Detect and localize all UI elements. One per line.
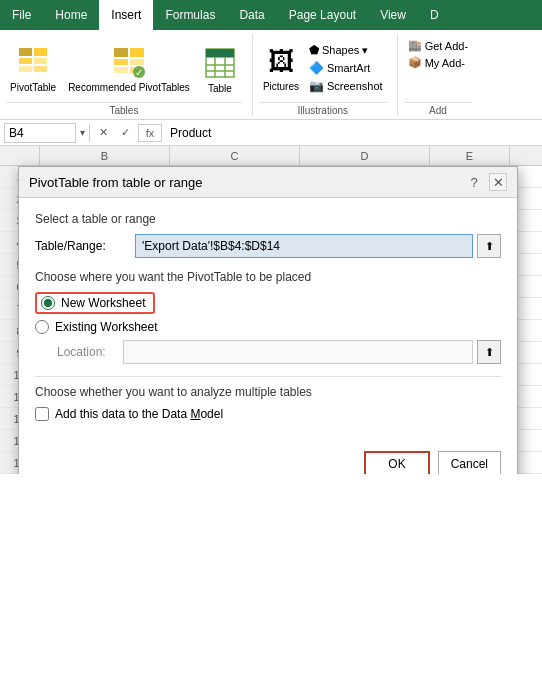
cancel-formula-button[interactable]: ✕ xyxy=(94,124,112,142)
dialog-overlay: PivotTable from table or range ? ✕ Selec… xyxy=(0,146,542,474)
col-header-c: C xyxy=(170,146,300,165)
shapes-label: Shapes ▾ xyxy=(322,44,368,57)
ribbon-tabs-bar: File Home Insert Formulas Data Page Layo… xyxy=(0,0,542,30)
name-box[interactable]: B4 xyxy=(4,123,76,143)
dialog-title: PivotTable from table or range xyxy=(29,175,202,190)
pivottable-label: PivotTable xyxy=(10,82,56,94)
tab-formulas[interactable]: Formulas xyxy=(153,0,227,30)
get-addins-button[interactable]: 🏬 Get Add- xyxy=(404,38,472,53)
my-addins-label: My Add- xyxy=(425,57,465,69)
pivottable-icon xyxy=(15,42,51,82)
svg-rect-22 xyxy=(215,49,225,57)
illustrations-group-label: Illustrations xyxy=(259,102,387,116)
get-addins-icon: 🏬 xyxy=(408,39,422,52)
svg-rect-9 xyxy=(130,59,144,65)
data-model-checkbox[interactable] xyxy=(35,407,49,421)
column-headers: B C D E xyxy=(0,146,542,166)
tab-view[interactable]: View xyxy=(368,0,418,30)
recommended-pivottables-button[interactable]: ✓ Recommended PivotTables xyxy=(64,39,194,97)
confirm-formula-button[interactable]: ✓ xyxy=(116,124,134,142)
svg-rect-5 xyxy=(34,66,47,72)
location-browse-button[interactable]: ⬆ xyxy=(477,340,501,364)
recommended-pt-icon: ✓ xyxy=(111,42,147,82)
svg-rect-3 xyxy=(34,58,47,64)
col-header-e: E xyxy=(430,146,510,165)
dialog-body: Select a table or range Table/Range: ⬆ C… xyxy=(19,198,517,447)
col-header-b: B xyxy=(40,146,170,165)
spreadsheet-area: B C D E 1 2 Drop Down List with Unique V… xyxy=(0,146,542,474)
svg-rect-6 xyxy=(114,48,128,57)
svg-rect-8 xyxy=(114,59,128,65)
svg-rect-1 xyxy=(34,48,47,56)
tab-file[interactable]: File xyxy=(0,0,43,30)
ribbon-group-tables: PivotTable ✓ Recommended Piv xyxy=(6,34,253,116)
tab-pagelayout[interactable]: Page Layout xyxy=(277,0,368,30)
col-header-d: D xyxy=(300,146,430,165)
smartart-label: SmartArt xyxy=(327,62,370,74)
screenshot-button[interactable]: 📷 Screenshot xyxy=(305,78,387,94)
data-model-label: Add this data to the Data Model xyxy=(55,407,223,421)
cancel-button[interactable]: Cancel xyxy=(438,451,501,474)
dialog-title-bar: PivotTable from table or range ? ✕ xyxy=(19,167,517,198)
section1-label: Select a table or range xyxy=(35,212,501,226)
smartart-icon: 🔷 xyxy=(309,61,324,75)
table-icon xyxy=(202,43,238,83)
svg-rect-7 xyxy=(130,48,144,57)
svg-rect-2 xyxy=(19,58,32,64)
dialog-close-button[interactable]: ✕ xyxy=(489,173,507,191)
screenshot-icon: 📷 xyxy=(309,79,324,93)
ribbon-content: PivotTable ✓ Recommended Piv xyxy=(0,30,542,120)
pictures-button[interactable]: 🖼 Pictures xyxy=(259,38,303,95)
new-worksheet-option: New Worksheet xyxy=(35,292,155,314)
ribbon-group-addins: 🏬 Get Add- 📦 My Add- Add xyxy=(404,34,472,116)
tab-d[interactable]: D xyxy=(418,0,451,30)
smartart-button[interactable]: 🔷 SmartArt xyxy=(305,60,387,76)
table-range-label: Table/Range: xyxy=(35,239,127,253)
formula-bar-separator xyxy=(89,124,90,142)
tab-data[interactable]: Data xyxy=(227,0,276,30)
addins-group-label: Add xyxy=(404,102,472,116)
table-label: Table xyxy=(208,83,232,94)
table-range-input[interactable] xyxy=(135,234,473,258)
ribbon-group-illustrations: 🖼 Pictures ⬟ Shapes ▾ 🔷 SmartArt 📷 Scree… xyxy=(259,34,398,116)
existing-worksheet-radio[interactable] xyxy=(35,320,49,334)
svg-rect-10 xyxy=(114,67,128,73)
table-range-row: Table/Range: ⬆ xyxy=(35,234,501,258)
my-addins-button[interactable]: 📦 My Add- xyxy=(404,55,472,70)
get-addins-label: Get Add- xyxy=(425,40,468,52)
formula-bar: B4 ▾ ✕ ✓ fx Product xyxy=(0,120,542,146)
location-input[interactable] xyxy=(123,340,473,364)
formula-value: Product xyxy=(166,124,538,142)
existing-worksheet-label: Existing Worksheet xyxy=(55,320,158,334)
corner-cell xyxy=(0,146,40,165)
pictures-icon: 🖼 xyxy=(263,41,299,81)
tab-insert[interactable]: Insert xyxy=(99,0,153,30)
dialog-help-button[interactable]: ? xyxy=(465,173,483,191)
table-button[interactable]: Table xyxy=(198,40,242,97)
ok-button[interactable]: OK xyxy=(364,451,429,474)
section3-label: Choose whether you want to analyze multi… xyxy=(35,385,501,399)
tab-home[interactable]: Home xyxy=(43,0,99,30)
pivottable-button[interactable]: PivotTable xyxy=(6,39,60,97)
tables-group-label: Tables xyxy=(6,102,242,116)
existing-worksheet-option: Existing Worksheet xyxy=(35,320,501,334)
svg-rect-21 xyxy=(206,49,215,57)
screenshot-label: Screenshot xyxy=(327,80,383,92)
svg-text:✓: ✓ xyxy=(135,67,143,78)
shapes-icon: ⬟ xyxy=(309,43,319,57)
dialog-divider xyxy=(35,376,501,377)
my-addins-icon: 📦 xyxy=(408,56,422,69)
name-box-dropdown[interactable]: ▾ xyxy=(80,127,85,138)
shapes-button[interactable]: ⬟ Shapes ▾ xyxy=(305,42,387,58)
insert-function-button[interactable]: fx xyxy=(138,124,162,142)
table-range-browse-button[interactable]: ⬆ xyxy=(477,234,501,258)
location-label: Location: xyxy=(57,345,115,359)
svg-rect-0 xyxy=(19,48,32,56)
pictures-label: Pictures xyxy=(263,81,299,92)
new-worksheet-radio[interactable] xyxy=(41,296,55,310)
recommended-pt-label: Recommended PivotTables xyxy=(68,82,190,94)
data-model-checkbox-row: Add this data to the Data Model xyxy=(35,407,501,421)
new-worksheet-label: New Worksheet xyxy=(61,296,145,310)
location-row: Location: ⬆ xyxy=(57,340,501,364)
svg-rect-23 xyxy=(225,49,234,57)
